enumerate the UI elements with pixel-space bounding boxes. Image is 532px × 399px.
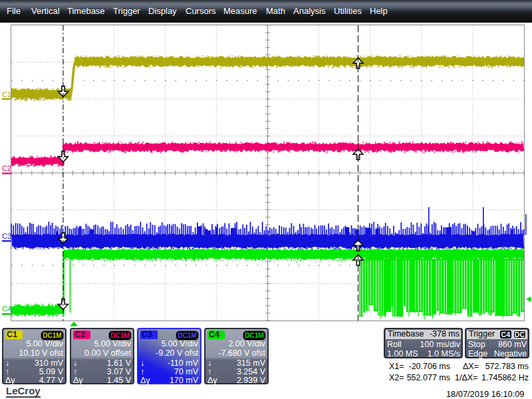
svg-text:C3: C3 <box>2 232 11 240</box>
svg-text:C2: C2 <box>2 164 11 172</box>
svg-text:C1: C1 <box>2 90 11 98</box>
svg-text:C4: C4 <box>2 305 11 313</box>
